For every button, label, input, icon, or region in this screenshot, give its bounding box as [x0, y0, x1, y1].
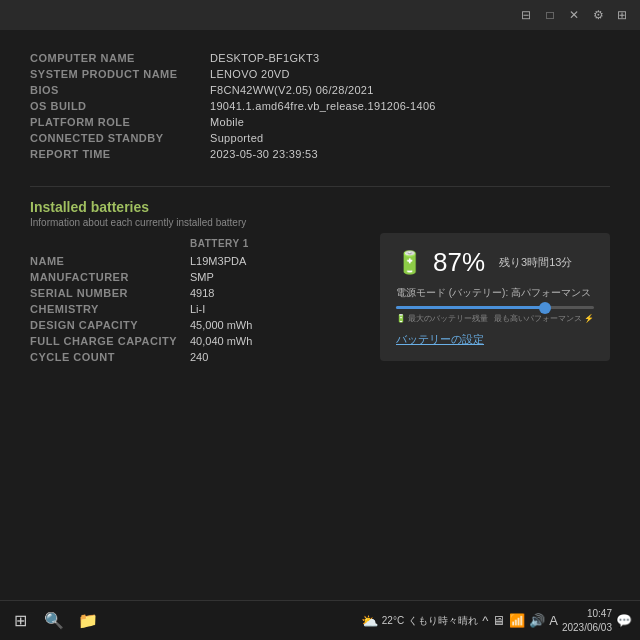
systray-network-icon[interactable]: 🖥 [492, 613, 505, 628]
taskbar-left: ⊞ 🔍 📁 [4, 605, 104, 637]
battery-row-1: MANUFACTURER SMP [30, 269, 360, 285]
taskbar-weather[interactable]: ⛅ 22°C くもり時々晴れ [361, 613, 478, 629]
battery-mode-label: 電源モード (バッテリー): 高パフォーマンス [396, 286, 594, 300]
sys-row-0: COMPUTER NAME DESKTOP-BF1GKT3 [30, 50, 610, 66]
slider-right-text: 最も高いパフォーマンス [494, 313, 582, 324]
taskbar-systray: ^ 🖥 📶 🔊 A [482, 613, 558, 628]
sys-value-0: DESKTOP-BF1GKT3 [210, 52, 319, 64]
screenshot-container: ⊟ □ ✕ ⚙ ⊞ COMPUTER NAME DESKTOP-BF1GKT3 … [0, 0, 640, 640]
battery-label-3: CHEMISTRY [30, 303, 190, 315]
battery-time-text: 残り3時間13分 [499, 255, 572, 270]
systray-wifi-icon[interactable]: 📶 [509, 613, 525, 628]
battery-slider-labels: 🔋 最大のバッテリー残量 最も高いパフォーマンス ⚡ [396, 313, 594, 324]
sys-label-0: COMPUTER NAME [30, 52, 190, 64]
divider [30, 186, 610, 187]
battery-label-5: FULL CHARGE CAPACITY [30, 335, 190, 347]
section-header: Installed batteries Information about ea… [30, 199, 610, 228]
battery-section: BATTERY 1 NAME L19M3PDA MANUFACTURER SMP… [30, 238, 610, 365]
battery-popup: 🔋 87% 残り3時間13分 電源モード (バッテリー): 高パフォーマンス 🔋… [380, 233, 610, 361]
sys-label-1: SYSTEM PRODUCT NAME [30, 68, 190, 80]
sys-label-2: BIOS [30, 84, 190, 96]
battery-value-0: L19M3PDA [190, 255, 246, 267]
weather-temp: 22°C [382, 615, 404, 626]
battery-value-1: SMP [190, 271, 214, 283]
taskbar-search-icon[interactable]: 🔍 [38, 605, 70, 637]
slider-label-left: 🔋 最大のバッテリー残量 [396, 313, 488, 324]
battery-label-4: DESIGN CAPACITY [30, 319, 190, 331]
top-icon-5: ⊞ [614, 7, 630, 23]
systray-chevron-icon[interactable]: ^ [482, 613, 488, 628]
sys-row-1: SYSTEM PRODUCT NAME LENOVO 20VD [30, 66, 610, 82]
battery-value-2: 4918 [190, 287, 214, 299]
battery-slider-track [396, 306, 594, 309]
battery-settings-link[interactable]: バッテリーの設定 [396, 332, 594, 347]
battery-label-2: SERIAL NUMBER [30, 287, 190, 299]
slider-label-right: 最も高いパフォーマンス ⚡ [494, 313, 594, 324]
sys-value-3: 19041.1.amd64fre.vb_release.191206-1406 [210, 100, 436, 112]
taskbar-right: ⛅ 22°C くもり時々晴れ ^ 🖥 📶 🔊 A 10:47 2023/06/0… [361, 607, 636, 635]
performance-icon: ⚡ [584, 314, 594, 323]
battery-slider-thumb[interactable] [539, 302, 551, 314]
sys-info-table: COMPUTER NAME DESKTOP-BF1GKT3 SYSTEM PRO… [30, 50, 610, 162]
systray-speaker-icon[interactable]: 🔊 [529, 613, 545, 628]
slider-left-text: 最大のバッテリー残量 [408, 313, 488, 324]
sys-value-2: F8CN42WW(V2.05) 06/28/2021 [210, 84, 374, 96]
battery-header-label [30, 238, 190, 249]
battery-slider-fill [396, 306, 545, 309]
battery-value-3: Li-I [190, 303, 205, 315]
section-title: Installed batteries [30, 199, 610, 215]
taskbar-time: 10:47 [562, 607, 612, 621]
sys-label-6: REPORT TIME [30, 148, 190, 160]
battery-icon-large: 🔋 [396, 250, 423, 276]
top-icon-4: ⚙ [590, 7, 606, 23]
sys-row-6: REPORT TIME 2023-05-30 23:39:53 [30, 146, 610, 162]
battery-slider-container[interactable] [396, 306, 594, 309]
battery-label-1: MANUFACTURER [30, 271, 190, 283]
battery-header-row: BATTERY 1 [30, 238, 360, 249]
battery-col-header: BATTERY 1 [190, 238, 249, 249]
battery-value-4: 45,000 mWh [190, 319, 252, 331]
sys-row-2: BIOS F8CN42WW(V2.05) 06/28/2021 [30, 82, 610, 98]
battery-percent-text: 87% [433, 247, 485, 278]
main-content: COMPUTER NAME DESKTOP-BF1GKT3 SYSTEM PRO… [0, 30, 640, 365]
battery-value-6: 240 [190, 351, 208, 363]
top-bar: ⊟ □ ✕ ⚙ ⊞ [0, 0, 640, 30]
battery-table-area: BATTERY 1 NAME L19M3PDA MANUFACTURER SMP… [30, 238, 360, 365]
battery-row-0: NAME L19M3PDA [30, 253, 360, 269]
section-subtitle: Information about each currently install… [30, 217, 610, 228]
systray-letter-a[interactable]: A [549, 613, 558, 628]
taskbar-explorer-icon[interactable]: 📁 [72, 605, 104, 637]
taskbar: ⊞ 🔍 📁 ⛅ 22°C くもり時々晴れ ^ 🖥 📶 🔊 A 10:47 202… [0, 600, 640, 640]
sys-label-5: CONNECTED STANDBY [30, 132, 190, 144]
sys-label-4: PLATFORM ROLE [30, 116, 190, 128]
sys-value-4: Mobile [210, 116, 244, 128]
battery-row-3: CHEMISTRY Li-I [30, 301, 360, 317]
sys-label-3: OS BUILD [30, 100, 190, 112]
taskbar-date: 2023/06/03 [562, 621, 612, 635]
sys-value-1: LENOVO 20VD [210, 68, 290, 80]
sys-value-5: Supported [210, 132, 263, 144]
start-button[interactable]: ⊞ [4, 605, 36, 637]
top-icon-1: ⊟ [518, 7, 534, 23]
weather-icon: ⛅ [361, 613, 378, 629]
battery-row-2: SERIAL NUMBER 4918 [30, 285, 360, 301]
weather-desc: くもり時々晴れ [408, 614, 478, 628]
battery-label-6: CYCLE COUNT [30, 351, 190, 363]
battery-low-icon: 🔋 [396, 314, 406, 323]
taskbar-clock[interactable]: 10:47 2023/06/03 [562, 607, 612, 635]
sys-value-6: 2023-05-30 23:39:53 [210, 148, 318, 160]
battery-row-5: FULL CHARGE CAPACITY 40,040 mWh [30, 333, 360, 349]
notification-center-icon[interactable]: 💬 [616, 613, 632, 628]
sys-row-4: PLATFORM ROLE Mobile [30, 114, 610, 130]
battery-value-5: 40,040 mWh [190, 335, 252, 347]
battery-percentage-row: 🔋 87% 残り3時間13分 [396, 247, 594, 278]
top-icon-2: □ [542, 7, 558, 23]
top-icon-3: ✕ [566, 7, 582, 23]
sys-row-5: CONNECTED STANDBY Supported [30, 130, 610, 146]
sys-row-3: OS BUILD 19041.1.amd64fre.vb_release.191… [30, 98, 610, 114]
battery-row-4: DESIGN CAPACITY 45,000 mWh [30, 317, 360, 333]
battery-row-6: CYCLE COUNT 240 [30, 349, 360, 365]
battery-label-0: NAME [30, 255, 190, 267]
